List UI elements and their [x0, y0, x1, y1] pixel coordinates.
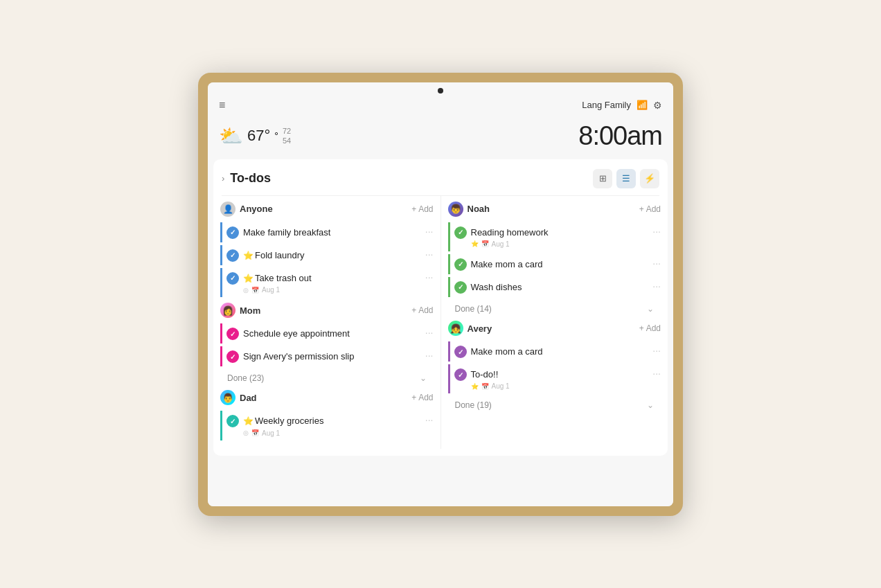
dad-user: 👨 Dad: [220, 390, 257, 405]
task-more-5[interactable]: ···: [422, 350, 434, 361]
task-label-4: Schedule eye appointment: [243, 328, 350, 339]
mom-done-label: Done (23): [227, 373, 264, 383]
task-content-4: Schedule eye appointment: [243, 327, 422, 340]
task-label-7: Reading homework: [471, 227, 549, 238]
temp-high: 72: [283, 126, 291, 136]
task-label-3: ⭐Take trash out: [243, 273, 312, 283]
dad-header: 👨 Dad + Add: [220, 390, 434, 405]
task-sign-permission-slip: Sign Avery's permission slip ···: [220, 346, 434, 366]
menu-icon[interactable]: ≡: [219, 99, 225, 112]
noah-done-row[interactable]: Done (14) ⌄: [448, 300, 661, 318]
list-view-btn[interactable]: ☰: [616, 169, 636, 188]
avery-done-label: Done (19): [455, 400, 492, 410]
avery-add-btn[interactable]: + Add: [639, 323, 661, 333]
avery-name: Avery: [468, 323, 492, 334]
task-more-8[interactable]: ···: [650, 258, 661, 269]
task-more-9[interactable]: ···: [650, 280, 661, 292]
avery-user: 👧 Avery: [448, 321, 492, 336]
mom-done-row[interactable]: Done (23) ⌄: [220, 369, 434, 387]
dad-add-btn[interactable]: + Add: [411, 393, 433, 402]
device-frame: ≡ Lang Family 📶 ⚙ ⛅ 67° ° 72 54: [198, 73, 683, 516]
temperature: 67°: [247, 127, 270, 145]
mom-header: 👩 Mom + Add: [220, 303, 434, 318]
meta-cal-11: 📅: [481, 383, 489, 390]
screen-bezel: ≡ Lang Family 📶 ⚙ ⛅ 67° ° 72 54: [208, 82, 673, 506]
task-check-4[interactable]: [226, 328, 239, 340]
header-section: ⛅ 67° ° 72 54 8:00am: [208, 118, 673, 159]
task-more-11[interactable]: ···: [650, 368, 661, 379]
task-check-8[interactable]: [454, 258, 467, 271]
grid-view-btn[interactable]: ⊞: [593, 169, 612, 188]
task-content-9: Wash dishes: [471, 280, 650, 294]
todos-title: To-dos: [230, 171, 271, 186]
noah-done-label: Done (14): [455, 304, 492, 314]
meta-icon-6: ◎: [243, 429, 249, 436]
person-icon: 👤: [223, 204, 233, 214]
anyone-user: 👤 Anyone: [220, 202, 273, 217]
task-more-1[interactable]: ···: [422, 226, 434, 237]
task-check-11[interactable]: [454, 368, 467, 381]
task-label-6: ⭐Weekly groceries: [243, 416, 323, 426]
anyone-add-btn[interactable]: + Add: [411, 204, 433, 214]
task-label-10: Make mom a card: [471, 346, 543, 357]
todos-header: › To-dos ⊞ ☰ ⚡: [213, 166, 668, 195]
left-column: 👤 Anyone + Add: [213, 196, 441, 449]
top-bar: ≡ Lang Family 📶 ⚙: [208, 95, 673, 118]
todos-section: › To-dos ⊞ ☰ ⚡: [213, 159, 668, 456]
filter-btn[interactable]: ⚡: [640, 169, 659, 188]
task-more-6[interactable]: ···: [422, 414, 434, 425]
task-meta-3: ◎ 📅 Aug 1: [243, 286, 422, 294]
task-make-mom-card-avery: Make mom a card ···: [448, 341, 661, 362]
mom-name: Mom: [240, 305, 260, 316]
task-content-2: ⭐Fold laundry: [243, 249, 422, 262]
task-more-4[interactable]: ···: [422, 327, 434, 338]
task-check-3[interactable]: [226, 272, 239, 285]
avery-done-chevron: ⌄: [647, 400, 654, 410]
task-label-11: To-do!!: [471, 369, 499, 380]
task-check-6[interactable]: [226, 415, 239, 427]
mom-done-chevron: ⌄: [420, 373, 427, 383]
task-check-7[interactable]: [454, 226, 467, 239]
right-column: 👦 Noah + Add: [441, 196, 668, 449]
task-reading-homework: Reading homework ⭐ 📅 Aug 1 ···: [448, 222, 661, 251]
task-more-3[interactable]: ···: [422, 271, 434, 283]
wifi-icon: 📶: [637, 100, 648, 110]
task-weekly-groceries: ⭐Weekly groceries ◎ 📅 Aug 1 ···: [220, 411, 434, 440]
task-check-5[interactable]: [226, 350, 239, 363]
task-content-6: ⭐Weekly groceries ◎ 📅 Aug 1: [243, 414, 422, 436]
task-more-2[interactable]: ···: [422, 249, 434, 260]
task-take-trash-out: ⭐Take trash out ◎ 📅 Aug 1 ···: [220, 268, 434, 297]
meta-cal-6: 📅: [251, 429, 259, 436]
settings-icon[interactable]: ⚙: [653, 100, 662, 111]
noah-avatar: 👦: [448, 202, 463, 217]
meta-cal-3: 📅: [251, 287, 259, 294]
task-check-10[interactable]: [454, 346, 467, 358]
avery-done-row[interactable]: Done (19) ⌄: [448, 396, 661, 414]
task-label-5: Sign Avery's permission slip: [243, 351, 354, 362]
meta-date-3: Aug 1: [262, 286, 280, 294]
weather-icon: ⛅: [219, 125, 243, 148]
task-label-9: Wash dishes: [471, 282, 522, 292]
task-content-1: Make family breakfast: [243, 226, 422, 239]
task-schedule-eye: Schedule eye appointment ···: [220, 323, 434, 344]
task-make-mom-card-noah: Make mom a card ···: [448, 254, 661, 274]
screen-content: ≡ Lang Family 📶 ⚙ ⛅ 67° ° 72 54: [208, 82, 673, 506]
temp-hilo: 72 54: [283, 126, 291, 146]
task-meta-6: ◎ 📅 Aug 1: [243, 429, 422, 437]
task-check-2[interactable]: [226, 249, 239, 262]
meta-star-11: ⭐: [471, 383, 479, 390]
expand-icon[interactable]: ›: [222, 173, 224, 184]
task-more-7[interactable]: ···: [650, 226, 661, 237]
task-todo-avery: To-do!! ⭐ 📅 Aug 1 ···: [448, 364, 661, 393]
task-content-7: Reading homework ⭐ 📅 Aug 1: [471, 226, 650, 248]
dad-avatar: 👨: [220, 390, 235, 405]
dad-name: Dad: [240, 393, 257, 403]
mom-user: 👩 Mom: [220, 303, 260, 318]
mom-add-btn[interactable]: + Add: [411, 305, 433, 315]
task-meta-7: ⭐ 📅 Aug 1: [471, 240, 650, 248]
task-more-10[interactable]: ···: [650, 345, 661, 356]
avery-header: 👧 Avery + Add: [448, 321, 661, 336]
task-check-1[interactable]: [226, 226, 239, 239]
task-check-9[interactable]: [454, 281, 467, 294]
noah-add-btn[interactable]: + Add: [639, 204, 661, 214]
